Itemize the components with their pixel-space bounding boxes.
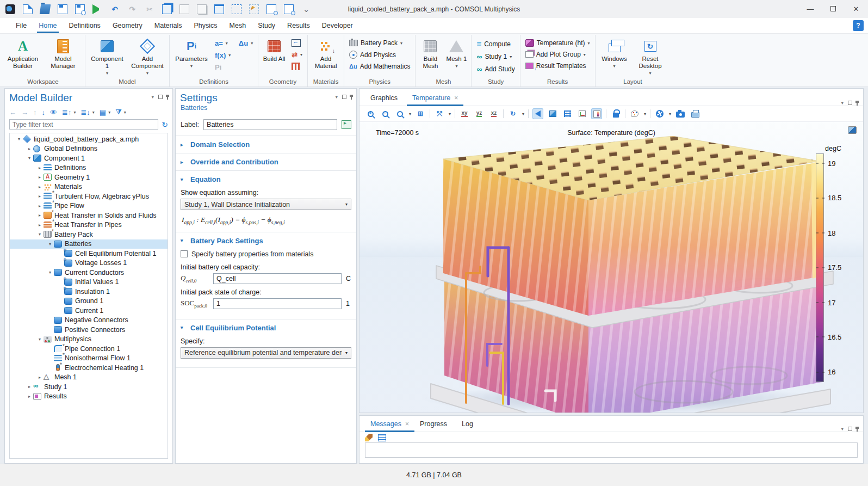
save-icon[interactable] [58,4,67,14]
open-table-icon[interactable] [378,434,386,441]
tree-item[interactable]: liquid_cooled_battery_pack_a.mph [10,134,168,144]
panel-menu-icon[interactable]: ▾ [841,100,844,106]
new-file-icon[interactable] [23,4,33,14]
menu-tab[interactable]: Home [33,19,63,33]
tree-item[interactable]: Positive Connectors [10,325,168,335]
tree-item[interactable]: Materials [10,182,168,192]
snapshot-icon[interactable] [675,108,686,119]
transparency-icon[interactable] [532,108,543,119]
menu-tab[interactable]: Physics [188,19,223,33]
result-templates-button[interactable]: Result Templates [523,61,593,71]
move-up-icon[interactable]: ↑ [33,108,37,116]
delete-icon[interactable] [214,4,224,14]
tree-chevron-icon[interactable] [26,394,33,399]
nonlocal-couplings-button[interactable]: Δu▾ [236,38,256,48]
select-box-icon[interactable] [232,4,241,14]
find-replace-icon[interactable] [284,4,294,14]
graphics-tab[interactable]: Graphics [365,91,407,106]
forward-icon[interactable]: → [21,108,28,116]
tree-item[interactable]: Cell Equilibrium Potential 1 [10,249,168,259]
tree-chevron-icon[interactable] [26,384,33,389]
menu-tab[interactable]: Geometry [107,19,148,33]
zoom-extents-icon[interactable]: ⊞ [415,108,426,119]
tree-item[interactable]: Mesh 1 [10,373,168,383]
view-xz-icon[interactable]: xz [488,108,499,119]
tree-chevron-icon[interactable] [36,337,44,342]
section-header[interactable]: ▾Battery Pack Settings [176,232,356,249]
zoom-box-icon[interactable] [394,108,405,119]
temperature-plot-button[interactable]: Temperature (ht)▾ [523,38,593,48]
partition-button[interactable] [289,61,305,71]
windows-button[interactable]: Windows ▾ [598,36,631,70]
panel-float-icon[interactable] [158,95,163,99]
find-icon[interactable] [266,4,276,14]
undo-icon[interactable]: ↶ [110,4,120,14]
messages-tab[interactable]: Progress [414,417,456,432]
menu-tab[interactable]: Definitions [63,19,107,33]
reset-desktop-button[interactable]: ↻ Reset Desktop ▾ [633,36,668,77]
tree-chevron-icon[interactable] [46,242,54,247]
show-icon[interactable]: 👁 [50,108,57,116]
tree-item[interactable]: Insulation 1 [10,287,168,297]
parameters-button[interactable]: Pi Parameters ▾ [172,36,211,70]
graphics-tab[interactable]: Temperature× [407,91,463,106]
tree-chevron-icon[interactable] [26,146,33,151]
menu-tab[interactable]: Materials [148,19,188,33]
tree-item[interactable]: Turbulent Flow, Algebraic yPlus [10,192,168,201]
zoom-out-icon[interactable]: − [380,108,390,119]
build-all-button[interactable]: Build All [261,36,288,64]
graphics-canvas[interactable]: Time=72000 s Surface: Temperature (degC)… [359,121,863,413]
messages-tab[interactable]: Messages× [365,417,414,432]
color-theme-icon[interactable] [629,108,640,119]
tree-item[interactable]: Batteries [10,239,168,249]
minimize-icon[interactable]: — [806,5,815,13]
tree-item[interactable]: Current 1 [10,306,168,316]
paste-icon[interactable] [179,4,189,14]
add-material-button[interactable]: Add Material [310,36,342,71]
add-mathematics-button[interactable]: ΔuAdd Mathematics [346,61,413,71]
node-grouping-icon[interactable]: ▤ [100,108,106,116]
scene-light-icon[interactable] [547,108,558,119]
insert-sequence-button[interactable]: ⇄▾ [289,50,305,60]
grid-icon[interactable] [562,108,573,119]
tree-chevron-icon[interactable] [46,270,54,275]
print-icon[interactable] [690,108,700,119]
tree-chevron-icon[interactable] [36,223,44,227]
tree-item[interactable]: Negative Connectors [10,316,168,325]
build-mesh-button[interactable]: Build Mesh [418,36,443,71]
tree-chevron-icon[interactable] [26,156,33,161]
copy-icon[interactable] [162,4,172,14]
deselect-icon[interactable] [249,4,259,14]
clear-messages-icon[interactable] [365,434,373,441]
update-icon[interactable] [654,108,665,119]
tree-item[interactable]: Heat Transfer in Pipes [10,220,168,230]
menu-tab[interactable]: File [10,19,33,33]
tree-item[interactable]: Global Definitions [10,144,168,154]
variables-button[interactable]: a=▾ [212,38,231,48]
app-logo-icon[interactable] [5,4,15,14]
tree-chevron-icon[interactable] [36,194,44,199]
rotate-icon[interactable]: ↻ [507,108,518,119]
tree-chevron-icon[interactable] [36,165,44,170]
zoom-in-icon[interactable]: + [365,108,376,119]
tree-item[interactable]: Current Conductors [10,268,168,278]
tree-chevron-icon[interactable] [36,184,44,189]
capacity-input[interactable] [213,273,342,284]
tree-item[interactable]: Electrochemical Heating 1 [10,363,168,373]
add-plot-group-button[interactable]: Add Plot Group▾ [523,50,593,59]
add-physics-button[interactable]: Add Physics [346,50,413,60]
equation-study-dropdown[interactable]: Study 1, Wall Distance Initialization▾ [181,199,351,210]
import-geometry-button[interactable] [289,38,305,48]
close-icon[interactable]: ✕ [852,5,860,13]
tree-chevron-icon[interactable] [15,137,23,142]
view-xy-icon[interactable]: xy [459,108,470,119]
messages-tab[interactable]: Log [456,417,482,432]
panel-float-icon[interactable] [848,427,852,431]
parameter-case-button[interactable]: Pi [212,62,256,72]
tree-item[interactable]: Ground 1 [10,297,168,306]
save-as-icon[interactable] [75,4,85,14]
menu-tab[interactable]: Study [252,19,281,33]
tree-item[interactable]: Battery Pack [10,230,168,239]
pin-icon[interactable] [167,95,168,100]
section-header[interactable]: ▾Cell Equilibrium Potential [176,319,356,336]
